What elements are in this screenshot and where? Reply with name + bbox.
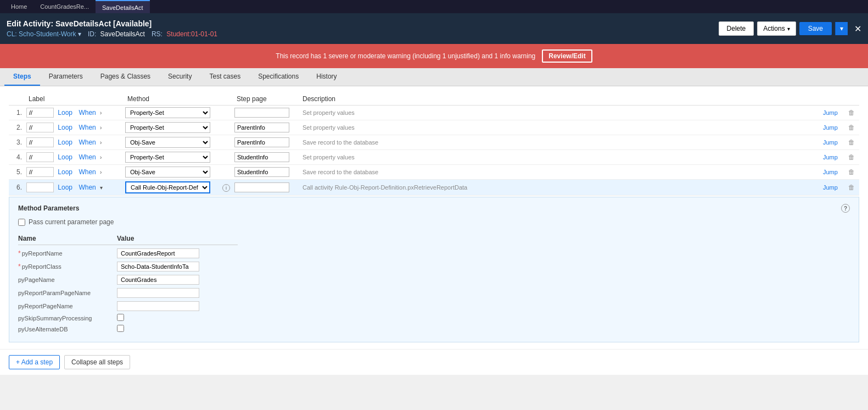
step-arrow-3[interactable]: › bbox=[100, 140, 102, 146]
step-page-input-3[interactable] bbox=[234, 137, 289, 147]
param-value-input-3[interactable] bbox=[117, 288, 199, 298]
help-icon[interactable]: ? bbox=[841, 204, 850, 213]
param-value-input-1[interactable] bbox=[117, 262, 199, 272]
tab-test-cases[interactable]: Test cases bbox=[200, 68, 249, 86]
loop-link-2[interactable]: Loop bbox=[55, 124, 75, 131]
step-jump-cell-5: Jump bbox=[819, 165, 846, 180]
param-name-0: *pyReportName bbox=[18, 248, 117, 259]
add-step-button[interactable]: + Add a step bbox=[9, 355, 60, 369]
jump-link-1[interactable]: Jump bbox=[821, 109, 840, 116]
step-page-input-5[interactable] bbox=[234, 167, 289, 177]
tab-pages-classes[interactable]: Pages & Classes bbox=[92, 68, 159, 86]
info-icon-5[interactable]: i bbox=[222, 184, 230, 192]
col-method-header: Method bbox=[123, 93, 219, 106]
loop-link-5[interactable]: Loop bbox=[55, 168, 75, 176]
tab-steps[interactable]: Steps bbox=[4, 68, 40, 86]
table-row: 2. Loop When › Property-Set Jump 🗑 bbox=[9, 120, 859, 135]
delete-step-icon-2[interactable]: 🗑 bbox=[848, 124, 855, 131]
step-arrow-4[interactable]: › bbox=[100, 154, 102, 160]
step-desc-input-4[interactable] bbox=[300, 153, 816, 162]
param-value-input-2[interactable] bbox=[117, 275, 199, 285]
step-del-cell-3: 🗑 bbox=[846, 135, 859, 150]
loop-link-6[interactable]: Loop bbox=[55, 184, 75, 191]
step-del-cell-2: 🗑 bbox=[846, 120, 859, 135]
when-link-1[interactable]: When bbox=[76, 109, 98, 117]
cl-dropdown-icon[interactable]: ▾ bbox=[78, 30, 81, 38]
method-select-3[interactable]: Obj-Save bbox=[125, 137, 210, 148]
tab-count-grades[interactable]: CountGradesRe... bbox=[33, 0, 96, 13]
tab-security[interactable]: Security bbox=[159, 68, 200, 86]
step-arrow-6[interactable]: ▾ bbox=[100, 185, 103, 191]
param-checkbox-6[interactable] bbox=[117, 325, 124, 332]
step-label-input-5[interactable] bbox=[26, 167, 54, 177]
tab-home[interactable]: Home bbox=[4, 0, 33, 13]
param-name-4: pyReportPageName bbox=[18, 301, 117, 311]
tab-save-details[interactable]: SaveDetailsAct bbox=[96, 0, 150, 13]
step-page-input-6[interactable] bbox=[234, 182, 289, 192]
step-page-input-2[interactable] bbox=[234, 123, 289, 132]
loop-link-4[interactable]: Loop bbox=[55, 153, 75, 161]
delete-button[interactable]: Delete bbox=[719, 21, 754, 36]
save-arrow-button[interactable]: ▾ bbox=[835, 22, 848, 35]
jump-link-4[interactable]: Jump bbox=[821, 154, 840, 160]
pass-current-label: Pass current parameter page bbox=[29, 218, 114, 226]
step-label-input-3[interactable] bbox=[26, 137, 54, 147]
save-button[interactable]: Save bbox=[799, 22, 832, 35]
when-link-3[interactable]: When bbox=[76, 138, 98, 146]
when-link-2[interactable]: When bbox=[76, 124, 98, 131]
delete-step-icon-6[interactable]: 🗑 bbox=[848, 184, 855, 191]
loop-link-1[interactable]: Loop bbox=[55, 109, 75, 117]
when-link-6[interactable]: When bbox=[76, 184, 98, 191]
jump-link-6[interactable]: Jump bbox=[821, 184, 840, 191]
step-label-cell-2: Loop When › bbox=[24, 120, 123, 135]
jump-link-5[interactable]: Jump bbox=[821, 169, 840, 175]
header-left: Edit Activity: SaveDetailsAct [Available… bbox=[7, 19, 217, 38]
method-select-1[interactable]: Property-Set bbox=[125, 107, 210, 118]
collapse-all-button[interactable]: Collapse all steps bbox=[64, 355, 130, 369]
delete-step-icon-1[interactable]: 🗑 bbox=[848, 109, 855, 117]
pass-current-checkbox[interactable] bbox=[18, 219, 25, 226]
close-button[interactable]: ✕ bbox=[854, 24, 861, 34]
step-num-1: 1. bbox=[9, 106, 24, 120]
step-arrow-5[interactable]: › bbox=[100, 169, 102, 175]
step-label-input-4[interactable] bbox=[26, 152, 54, 162]
delete-step-icon-3[interactable]: 🗑 bbox=[848, 138, 855, 146]
method-select-4[interactable]: Property-Set bbox=[125, 152, 210, 163]
step-label-input-1[interactable] bbox=[26, 108, 54, 118]
method-select-5[interactable]: Obj-Save bbox=[125, 167, 210, 178]
tab-specifications[interactable]: Specifications bbox=[249, 68, 307, 86]
param-value-input-4[interactable] bbox=[117, 301, 199, 311]
cl-value-link[interactable]: Scho-Student-Work bbox=[19, 30, 76, 38]
delete-step-icon-5[interactable]: 🗑 bbox=[848, 168, 855, 176]
step-label-input-6[interactable] bbox=[26, 182, 54, 192]
delete-step-icon-4[interactable]: 🗑 bbox=[848, 153, 855, 161]
when-link-4[interactable]: When bbox=[76, 153, 98, 161]
header: Edit Activity: SaveDetailsAct [Available… bbox=[0, 13, 868, 44]
step-desc-input-1[interactable] bbox=[300, 108, 816, 117]
jump-link-2[interactable]: Jump bbox=[821, 124, 840, 131]
step-arrow-1[interactable]: › bbox=[100, 110, 102, 116]
tab-parameters[interactable]: Parameters bbox=[40, 68, 92, 86]
step-page-input-1[interactable] bbox=[234, 108, 289, 118]
step-method-cell-2: Property-Set bbox=[123, 120, 219, 135]
param-value-input-0[interactable] bbox=[117, 248, 199, 258]
tab-history[interactable]: History bbox=[307, 68, 345, 86]
step-desc-input-6[interactable] bbox=[300, 183, 816, 192]
step-desc-input-3[interactable] bbox=[300, 138, 816, 147]
loop-link-3[interactable]: Loop bbox=[55, 138, 75, 146]
step-desc-input-2[interactable] bbox=[300, 123, 816, 132]
col-desc-header: Description bbox=[298, 93, 819, 106]
step-desc-input-5[interactable] bbox=[300, 168, 816, 176]
step-page-input-4[interactable] bbox=[234, 152, 289, 162]
step-label-input-2[interactable] bbox=[26, 123, 54, 132]
review-edit-button[interactable]: Review/Edit bbox=[542, 49, 592, 63]
method-select-6[interactable]: Call Rule-Obj-Report-Definit bbox=[125, 181, 210, 193]
method-params-title-text: Method Parameters bbox=[18, 204, 79, 212]
step-arrow-2[interactable]: › bbox=[100, 125, 102, 131]
jump-link-3[interactable]: Jump bbox=[821, 139, 840, 146]
col-del-header bbox=[846, 93, 859, 106]
when-link-5[interactable]: When bbox=[76, 168, 98, 176]
actions-button[interactable]: Actions ▾ bbox=[757, 21, 796, 36]
param-checkbox-5[interactable] bbox=[117, 314, 124, 321]
method-select-2[interactable]: Property-Set bbox=[125, 122, 210, 133]
